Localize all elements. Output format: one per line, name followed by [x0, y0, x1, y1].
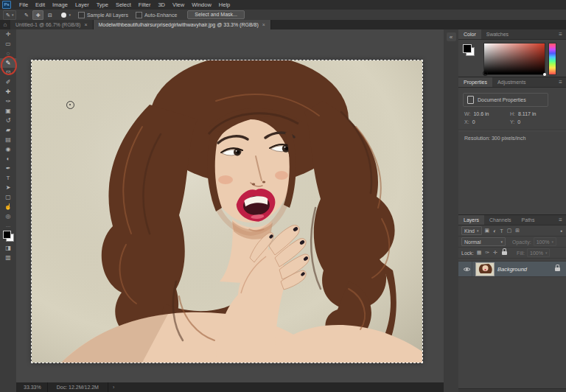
panel-menu-icon[interactable]: ≡	[555, 29, 566, 39]
tab-color[interactable]: Color	[458, 29, 481, 39]
tab-layers[interactable]: Layers	[458, 215, 484, 225]
lock-all-icon[interactable]	[502, 251, 507, 255]
status-bar: 33.33% Doc: 12.2M/12.2M ›	[16, 382, 444, 392]
filter-toggle-icon[interactable]: ●	[559, 228, 563, 233]
tool-lasso[interactable]: ◌	[0, 49, 16, 58]
layer-thumbnail[interactable]	[475, 262, 495, 276]
color-panel: Color Swatches ≡	[458, 29, 566, 77]
layer-row-background[interactable]: Background	[458, 261, 566, 277]
layer-name[interactable]: Background	[497, 266, 527, 273]
chevron-down-icon: ▾	[12, 13, 14, 17]
document-image[interactable]	[32, 60, 422, 363]
foreground-color-swatch[interactable]	[3, 231, 11, 239]
edit-toolbar-icon[interactable]: …	[0, 221, 16, 228]
tool-eraser[interactable]: ▰	[0, 125, 16, 135]
lock-pixels-icon[interactable]: ✑	[484, 250, 490, 256]
layer-locked-icon[interactable]	[555, 267, 560, 271]
menu-filter[interactable]: Filter	[135, 1, 155, 10]
fill-dropdown[interactable]: 100% ▾	[527, 248, 550, 257]
tool-clone-stamp[interactable]: ▣	[0, 106, 16, 116]
saturation-brightness-picker[interactable]	[483, 43, 545, 75]
color-picker-marker[interactable]	[483, 71, 488, 76]
menu-help[interactable]: Help	[215, 1, 234, 10]
filter-type-layers-icon[interactable]: T	[499, 228, 503, 234]
blend-mode-dropdown[interactable]: Normal ▾	[461, 237, 506, 246]
tool-hand[interactable]: ☝	[0, 202, 16, 211]
tab-model-image[interactable]: Modelwithbeautifulhairsurprisedgirlwithw…	[94, 20, 271, 29]
filter-shape-layers-icon[interactable]: ▢	[506, 228, 513, 234]
tool-zoom[interactable]: ◎	[0, 211, 16, 221]
tool-crop[interactable]: ⊡	[0, 68, 16, 77]
height-value[interactable]: 8.117 in	[518, 111, 536, 116]
menu-view[interactable]: View	[169, 1, 188, 10]
menu-layer[interactable]: Layer	[71, 1, 93, 10]
menu-3d[interactable]: 3D	[154, 1, 169, 10]
auto-enhance-checkbox[interactable]: Auto-Enhance	[136, 12, 177, 18]
zoom-level[interactable]: 33.33%	[16, 385, 47, 390]
menu-type[interactable]: Type	[93, 1, 112, 10]
tool-type[interactable]: T	[0, 173, 16, 183]
tool-preset-picker[interactable]: ✎ ▾	[3, 10, 16, 20]
tool-path-selection[interactable]: ➤	[0, 183, 16, 192]
tool-gradient[interactable]: ▤	[0, 135, 16, 144]
menu-window[interactable]: Window	[188, 1, 215, 10]
layer-visibility-toggle[interactable]	[461, 262, 472, 276]
layer-filter-kind-dropdown[interactable]: Kind ▾	[461, 226, 482, 235]
tab-paths[interactable]: Paths	[517, 215, 540, 225]
filter-smart-objects-icon[interactable]: ⊞	[514, 228, 520, 234]
lock-position-icon[interactable]: ✛	[492, 250, 498, 256]
collapse-panels-icon[interactable]: «	[447, 32, 456, 41]
tab-untitled-1[interactable]: Untitled-1 @ 66.7% (RGB/8) ×	[10, 20, 94, 29]
tool-screen-mode[interactable]: ▥	[0, 253, 16, 262]
hue-slider[interactable]	[548, 43, 556, 75]
color-panel-swatches[interactable]	[463, 44, 475, 56]
tab-channels[interactable]: Channels	[484, 215, 517, 225]
filter-adjustment-layers-icon[interactable]: ◐	[492, 228, 497, 234]
brush-size-preview[interactable]	[61, 13, 66, 18]
chevron-right-icon[interactable]: ›	[108, 385, 119, 390]
quick-mask-icon: ◨	[5, 245, 11, 251]
chevron-down-icon[interactable]: ▾	[69, 13, 71, 17]
tool-blur[interactable]: ◉	[0, 144, 16, 154]
menu-edit[interactable]: Edit	[32, 1, 49, 10]
y-value[interactable]: 0	[517, 119, 520, 125]
panel-menu-icon[interactable]: ≡	[555, 215, 566, 225]
opacity-value: 100%	[537, 239, 550, 245]
foreground-color-swatch[interactable]	[463, 44, 472, 53]
history-brush-icon: ↺	[6, 117, 11, 124]
tool-dodge[interactable]: ◐	[0, 154, 16, 164]
home-icon[interactable]: ⌂	[0, 20, 10, 29]
color-swatches[interactable]	[3, 231, 14, 242]
tab-swatches[interactable]: Swatches	[481, 29, 514, 39]
canvas-area[interactable]	[16, 29, 444, 382]
sample-all-layers-checkbox[interactable]: Sample All Layers	[78, 12, 128, 18]
select-and-mask-button[interactable]: Select and Mask...	[187, 10, 245, 19]
new-selection-button[interactable]: ✎	[21, 11, 31, 19]
x-label: X:	[464, 119, 469, 125]
tool-history-brush[interactable]: ↺	[0, 116, 16, 125]
opacity-dropdown[interactable]: 100% ▾	[534, 237, 556, 246]
add-to-selection-button[interactable]: ✚	[32, 10, 43, 20]
width-value[interactable]: 10.6 in	[473, 111, 489, 116]
lock-transparency-icon[interactable]: ▦	[476, 250, 483, 256]
tab-adjustments[interactable]: Adjustments	[492, 77, 531, 87]
x-value[interactable]: 0	[472, 119, 475, 125]
tool-quick-mask-mode[interactable]: ◨	[0, 243, 16, 253]
panel-menu-icon[interactable]: ≡	[555, 77, 566, 87]
tool-pen[interactable]: ✒	[0, 164, 16, 173]
tool-quick-selection[interactable]: ✎	[0, 58, 16, 68]
tool-move[interactable]: ✛	[0, 29, 16, 39]
menu-image[interactable]: Image	[49, 1, 71, 10]
tool-rectangle[interactable]: ▢	[0, 192, 16, 202]
menu-file[interactable]: File	[15, 1, 32, 10]
close-icon[interactable]: ×	[84, 22, 87, 27]
tool-rectangular-marquee[interactable]: ▭	[0, 39, 16, 49]
tab-properties[interactable]: Properties	[458, 77, 492, 87]
subtract-from-selection-button[interactable]: ⊟	[45, 11, 55, 19]
tool-eyedropper[interactable]: ✐	[0, 77, 16, 87]
tool-spot-healing-brush[interactable]: ✚	[0, 87, 16, 97]
filter-pixel-layers-icon[interactable]: ▣	[484, 228, 491, 234]
tool-brush[interactable]: ✑	[0, 97, 16, 106]
close-icon[interactable]: ×	[262, 22, 265, 27]
menu-select[interactable]: Select	[112, 1, 135, 10]
